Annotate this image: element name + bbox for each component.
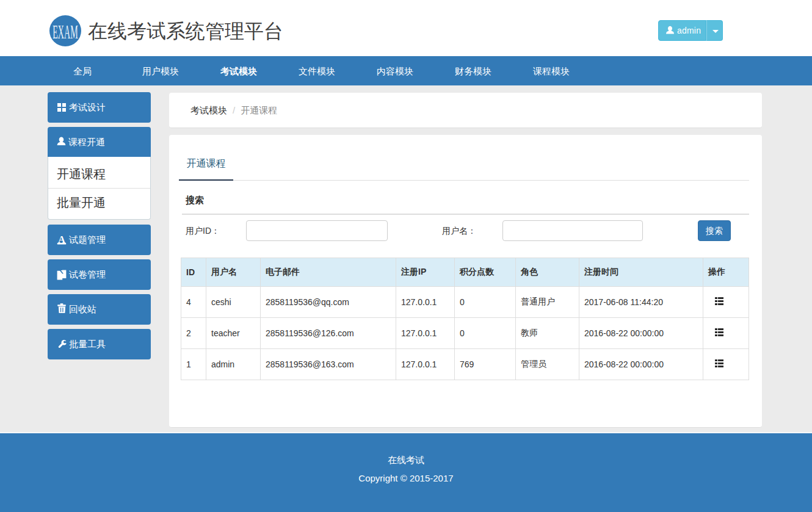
svg-text:A: A — [58, 235, 65, 245]
